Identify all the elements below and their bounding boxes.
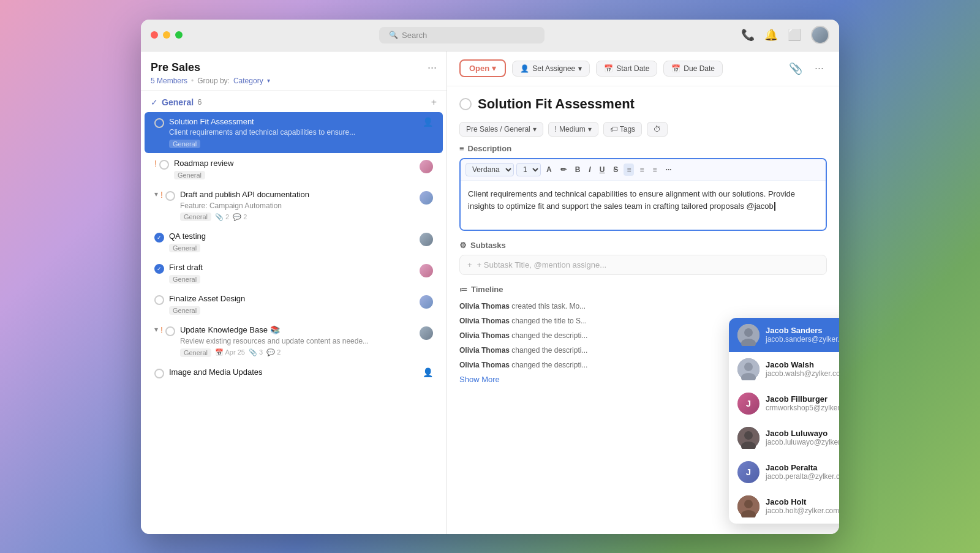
task-attachments: 📎 2: [215, 213, 229, 221]
search-placeholder: Search: [402, 31, 427, 40]
add-task-btn[interactable]: +: [431, 97, 437, 108]
underline-btn[interactable]: U: [597, 164, 608, 176]
tags-btn[interactable]: 🏷 Tags: [603, 122, 642, 137]
italic-btn[interactable]: I: [586, 164, 594, 176]
task-checkbox[interactable]: [154, 118, 164, 128]
user-avatar[interactable]: [811, 26, 829, 44]
section-name[interactable]: General: [162, 97, 194, 107]
mention-avatar: [737, 358, 760, 380]
task-item[interactable]: Image and Media Updates 👤: [145, 363, 443, 383]
collapse-icon[interactable]: ▾: [154, 325, 158, 334]
task-attachments: 📎 3: [249, 348, 263, 356]
minimize-window-btn[interactable]: [163, 31, 170, 39]
tags-label: Tags: [620, 125, 635, 134]
cursor: [774, 202, 775, 211]
task-checkbox[interactable]: [159, 160, 169, 170]
task-item[interactable]: ! Roadmap review General: [145, 154, 443, 184]
align-right-btn[interactable]: ≡: [649, 164, 660, 176]
task-checkbox[interactable]: [154, 369, 164, 378]
task-item[interactable]: ✓ QA testing General: [145, 227, 443, 257]
task-assign-icon[interactable]: 👤: [423, 367, 433, 377]
task-item[interactable]: ▾ ! Draft and publish API documentation …: [145, 185, 443, 226]
more-format-btn[interactable]: ···: [662, 164, 674, 176]
task-checkbox[interactable]: [165, 326, 175, 336]
avatar-image: [737, 495, 760, 517]
mention-info: Jacob Holt jacob.holt@zylker.com: [766, 497, 839, 515]
task-meta: General: [169, 140, 420, 148]
task-item[interactable]: ▾ ! Update Knowledge Base 📚 Review exist…: [145, 320, 443, 361]
task-item[interactable]: ✓ First draft General: [145, 258, 443, 288]
mention-avatar: J: [737, 393, 760, 415]
breadcrumb-btn[interactable]: Pre Sales / General ▾: [459, 122, 543, 137]
more-options-btn[interactable]: ···: [812, 59, 827, 78]
mention-email: jacob.walsh@zylker.com: [766, 369, 839, 378]
title-bar-actions: 📞 🔔 ⬜: [741, 26, 829, 44]
description-editor[interactable]: Verdana 10 A ✏ B I U S ≡ ≡ ≡: [459, 158, 827, 231]
task-body: First draft General: [169, 263, 420, 284]
status-btn[interactable]: Open ▾: [459, 59, 506, 77]
timer-icon: ⏱: [654, 125, 661, 134]
collapse-icon[interactable]: ▾: [154, 190, 158, 198]
task-comments: 💬 2: [266, 348, 281, 356]
show-more-btn[interactable]: Show More: [459, 372, 500, 386]
task-category-badge: General: [169, 275, 200, 284]
task-title-checkbox[interactable]: [459, 98, 472, 110]
due-date-btn[interactable]: 📅 Due Date: [663, 61, 723, 77]
layout-icon[interactable]: ⬜: [788, 28, 801, 42]
font-family-select[interactable]: Verdana: [466, 163, 514, 176]
task-category-badge: General: [169, 306, 200, 315]
phone-icon[interactable]: 📞: [741, 28, 755, 42]
task-checkbox[interactable]: [154, 295, 164, 305]
project-more-btn[interactable]: ···: [428, 61, 437, 74]
window-controls: [151, 31, 183, 39]
mention-item[interactable]: Jacob Luluwayo jacob.luluwayo@zylker.com: [729, 421, 839, 455]
bold-btn[interactable]: B: [572, 164, 584, 176]
bell-icon[interactable]: 🔔: [764, 28, 778, 42]
close-window-btn[interactable]: [151, 31, 158, 39]
task-assign-icon[interactable]: 👤: [423, 117, 433, 127]
text-size-btn[interactable]: A: [543, 164, 555, 176]
task-checkbox[interactable]: [165, 191, 175, 201]
editor-content[interactable]: Client requirements and technical capabi…: [461, 181, 826, 230]
subtask-input[interactable]: + + Subtask Title, @mention assigne...: [459, 255, 827, 275]
search-bar[interactable]: 🔍 Search: [379, 27, 545, 43]
mention-avatar: [737, 495, 760, 517]
set-assignee-label: Set Assignee: [532, 64, 575, 73]
mention-item[interactable]: J Jacob Fillburger crmworkshop5@zylker.c…: [729, 386, 839, 421]
task-meta: General: [169, 244, 420, 252]
mention-email: jacob.peralta@zylker.com: [766, 472, 839, 481]
task-meta: General: [169, 275, 420, 284]
group-by-value[interactable]: Category: [233, 77, 263, 85]
calendar-icon: 📅: [604, 64, 613, 73]
members-count[interactable]: 5 Members: [151, 77, 187, 85]
strikethrough-btn[interactable]: S: [610, 164, 621, 176]
app-window: 🔍 Search 📞 🔔 ⬜ Pre Sales ··· 5 Members •…: [141, 20, 839, 534]
mention-info: Jacob Sanders jacob.sanders@zylker.com: [766, 326, 839, 344]
status-label: Open: [469, 64, 489, 73]
mention-info: Jacob Luluwayo jacob.luluwayo@zylker.com: [766, 429, 839, 446]
set-assignee-btn[interactable]: 👤 Set Assignee ▾: [512, 61, 590, 77]
priority-btn[interactable]: ! Medium ▾: [548, 122, 598, 137]
mention-item[interactable]: Jacob Holt jacob.holt@zylker.com: [729, 489, 839, 524]
assignee-icon: 👤: [520, 64, 529, 73]
start-date-btn[interactable]: 📅 Start Date: [596, 61, 657, 77]
task-checkbox-checked[interactable]: ✓: [154, 264, 164, 274]
section-count: 6: [197, 97, 202, 107]
font-size-select[interactable]: 10: [516, 163, 541, 176]
mention-item[interactable]: Jacob Walsh jacob.walsh@zylker.com: [729, 352, 839, 386]
svg-point-1: [744, 328, 753, 337]
task-item[interactable]: Finalize Asset Design General: [145, 289, 443, 320]
mention-item[interactable]: J Jacob Peralta jacob.peralta@zylker.com: [729, 455, 839, 489]
highlight-btn[interactable]: ✏: [557, 164, 570, 176]
timer-btn[interactable]: ⏱: [647, 122, 668, 137]
attachment-btn[interactable]: 📎: [786, 59, 805, 78]
task-checkbox-checked[interactable]: ✓: [154, 233, 164, 243]
align-center-btn[interactable]: ≡: [636, 164, 647, 176]
mention-item[interactable]: Jacob Sanders jacob.sanders@zylker.com: [729, 318, 839, 352]
maximize-window-btn[interactable]: [175, 31, 183, 39]
align-left-btn[interactable]: ≡: [624, 164, 634, 176]
mention-name: Jacob Peralta: [766, 463, 839, 472]
task-list: Solution Fit Assessment Client requireme…: [141, 111, 447, 534]
mention-name: Jacob Luluwayo: [766, 429, 839, 438]
task-item[interactable]: Solution Fit Assessment Client requireme…: [145, 112, 443, 153]
